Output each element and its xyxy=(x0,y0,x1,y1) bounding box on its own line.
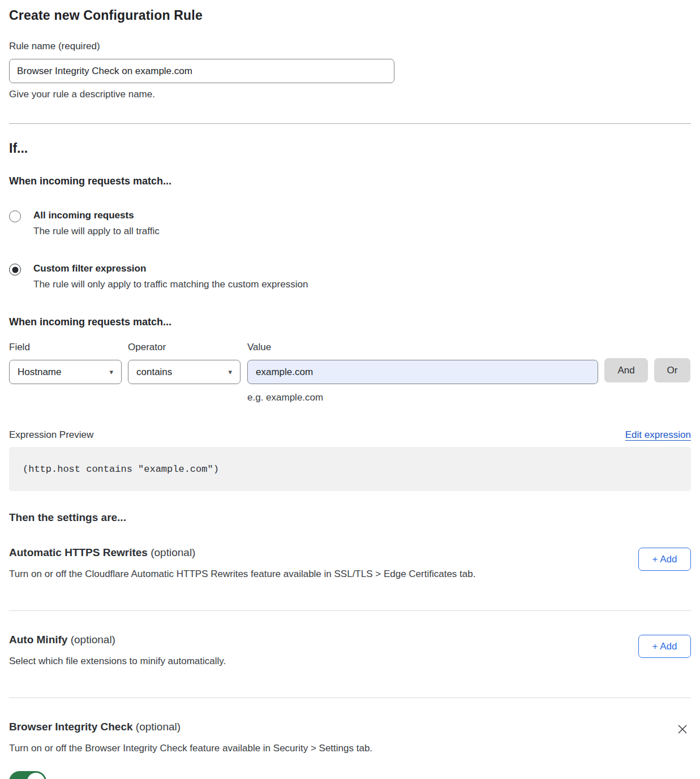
setting-auto-minify: Auto Minify (optional) Select which file… xyxy=(9,634,691,667)
setting-description: Turn on or off the Browser Integrity Che… xyxy=(9,743,372,754)
expression-preview-header: Expression Preview Edit expression xyxy=(9,429,691,441)
expression-code: (http.host contains "example.com") xyxy=(23,464,219,475)
setting-title-row: Automatic HTTPS Rewrites (optional) xyxy=(9,546,475,559)
value-help: e.g. example.com xyxy=(247,392,598,403)
setting-browser-integrity-check: Browser Integrity Check (optional) Turn … xyxy=(9,721,691,779)
value-input[interactable] xyxy=(247,360,598,384)
add-setting-button[interactable]: + Add xyxy=(638,548,691,571)
radio-option-label: Custom filter expression xyxy=(33,263,308,274)
radio-button-unselected[interactable] xyxy=(9,210,21,222)
chevron-down-icon: ▾ xyxy=(109,368,113,376)
operator-select-value: contains xyxy=(136,367,172,378)
chevron-down-icon: ▾ xyxy=(228,368,232,376)
when-requests-match-heading: When incoming requests match... xyxy=(9,175,691,187)
value-column: Value e.g. example.com xyxy=(247,342,598,403)
browser-integrity-check-toggle[interactable]: ✓ xyxy=(9,771,46,779)
radio-texts: Custom filter expression The rule will o… xyxy=(33,263,308,290)
setting-optional-tag: (optional) xyxy=(136,721,181,733)
setting-description: Select which file extensions to minify a… xyxy=(9,656,226,667)
field-select[interactable]: Hostname ▾ xyxy=(9,360,122,384)
check-icon: ✓ xyxy=(15,776,23,779)
setting-texts: Automatic HTTPS Rewrites (optional) Turn… xyxy=(9,546,475,580)
field-column: Field Hostname ▾ xyxy=(9,342,122,384)
value-label: Value xyxy=(247,342,598,353)
setting-texts: Auto Minify (optional) Select which file… xyxy=(9,634,226,667)
radio-option-all-incoming[interactable]: All incoming requests The rule will appl… xyxy=(9,210,691,237)
expression-preview-label: Expression Preview xyxy=(9,429,93,441)
setting-optional-tag: (optional) xyxy=(151,546,195,558)
rule-name-input[interactable] xyxy=(9,59,394,83)
filter-builder-row: Field Hostname ▾ Operator contains ▾ Val… xyxy=(9,342,691,403)
page-title: Create new Configuration Rule xyxy=(9,8,691,23)
rule-name-help: Give your rule a descriptive name. xyxy=(9,89,691,100)
setting-title: Browser Integrity Check xyxy=(9,721,133,733)
if-heading: If... xyxy=(9,141,691,156)
rule-name-label: Rule name (required) xyxy=(9,41,691,52)
operator-select[interactable]: contains ▾ xyxy=(128,360,241,384)
and-button[interactable]: And xyxy=(604,358,648,382)
radio-option-description: The rule will only apply to traffic matc… xyxy=(33,279,308,290)
setting-title-row: Auto Minify (optional) xyxy=(9,634,226,646)
then-settings-heading: Then the settings are... xyxy=(9,511,691,524)
add-setting-button[interactable]: + Add xyxy=(638,635,691,658)
setting-title: Automatic HTTPS Rewrites xyxy=(9,546,148,558)
setting-divider xyxy=(9,610,691,611)
radio-option-label: All incoming requests xyxy=(33,210,160,221)
setting-texts: Browser Integrity Check (optional) Turn … xyxy=(9,721,372,779)
field-label: Field xyxy=(9,342,122,353)
toggle-knob[interactable] xyxy=(27,773,45,779)
setting-title-row: Browser Integrity Check (optional) xyxy=(9,721,372,733)
setting-automatic-https-rewrites: Automatic HTTPS Rewrites (optional) Turn… xyxy=(9,546,691,580)
radio-button-selected[interactable] xyxy=(9,264,21,276)
edit-expression-link[interactable]: Edit expression xyxy=(625,429,691,441)
radio-option-description: The rule will apply to all traffic xyxy=(33,226,160,237)
setting-description: Turn on or off the Cloudflare Automatic … xyxy=(9,569,475,580)
close-icon xyxy=(676,723,689,735)
operator-label: Operator xyxy=(128,342,241,353)
radio-texts: All incoming requests The rule will appl… xyxy=(33,210,160,237)
section-divider xyxy=(9,123,691,124)
or-button[interactable]: Or xyxy=(654,358,690,382)
create-configuration-rule-form: Create new Configuration Rule Rule name … xyxy=(0,0,700,779)
setting-divider xyxy=(9,698,691,698)
remove-setting-button[interactable] xyxy=(674,721,691,739)
expression-preview-box: (http.host contains "example.com") xyxy=(9,447,691,491)
setting-optional-tag: (optional) xyxy=(71,634,115,645)
field-select-value: Hostname xyxy=(18,367,61,378)
filter-builder-heading: When incoming requests match... xyxy=(9,316,691,328)
radio-option-custom-filter[interactable]: Custom filter expression The rule will o… xyxy=(9,263,691,290)
setting-title: Auto Minify xyxy=(9,634,67,645)
operator-column: Operator contains ▾ xyxy=(128,342,241,384)
